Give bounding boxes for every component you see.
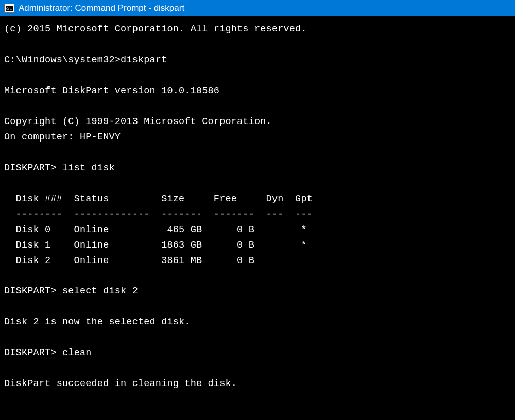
diskpart-prompt: DISKPART> <box>4 163 62 173</box>
disk-table-header: Disk ### Status Size Free Dyn Gpt <box>4 194 313 204</box>
table-row: Disk 2 Online 3861 MB 0 B <box>4 255 254 266</box>
diskpart-copyright: Copyright (C) 1999-2013 Microsoft Corpor… <box>4 116 272 127</box>
prompt-path: C:\Windows\system32> <box>4 55 121 65</box>
command-clean: clean <box>62 347 92 358</box>
diskpart-prompt: DISKPART> <box>4 286 62 296</box>
terminal-icon-label: C:\. <box>6 6 13 11</box>
command-select-disk: select disk 2 <box>62 286 138 296</box>
terminal-icon: C:\. <box>4 4 14 13</box>
window-title: Administrator: Command Prompt - diskpart <box>19 3 184 13</box>
table-row: Disk 1 Online 1863 GB 0 B * <box>4 240 307 251</box>
clean-result: DiskPart succeeded in cleaning the disk. <box>4 378 237 389</box>
table-row: Disk 0 Online 465 GB 0 B * <box>4 224 307 235</box>
window-titlebar[interactable]: C:\. Administrator: Command Prompt - dis… <box>0 0 515 16</box>
terminal-output[interactable]: (c) 2015 Microsoft Corporation. All righ… <box>0 16 515 397</box>
computer-name-line: On computer: HP-ENVY <box>4 132 121 143</box>
copyright-line: (c) 2015 Microsoft Corporation. All righ… <box>4 24 307 34</box>
diskpart-prompt: DISKPART> <box>4 347 62 358</box>
command-list-disk: list disk <box>62 163 115 173</box>
command-diskpart: diskpart <box>121 55 167 65</box>
select-result: Disk 2 is now the selected disk. <box>4 317 191 327</box>
diskpart-version: Microsoft DiskPart version 10.0.10586 <box>4 85 219 96</box>
disk-table-divider: -------- ------------- ------- ------- -… <box>4 209 313 220</box>
